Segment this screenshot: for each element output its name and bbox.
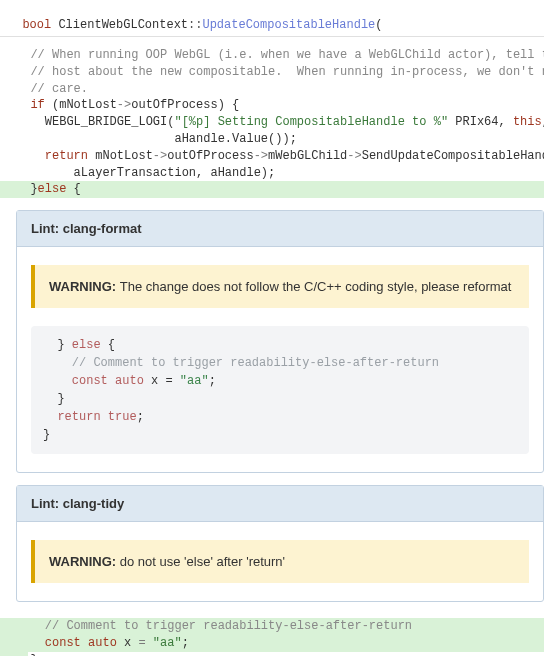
warning-message: do not use 'else' after 'return'	[120, 554, 285, 569]
warning-message: The change does not follow the C/C++ cod…	[120, 279, 512, 294]
scope-op: ::	[188, 18, 202, 32]
comment-line: // care.	[0, 81, 544, 98]
warning-label: WARNING:	[49, 279, 120, 294]
lint-panel-clang-format[interactable]: Lint: clang-format WARNING: The change d…	[16, 210, 544, 473]
warning-box: WARNING: The change does not follow the …	[31, 265, 529, 308]
lint-header[interactable]: Lint: clang-format	[17, 211, 543, 247]
code-block-tail: // Comment to trigger readability-else-a…	[0, 614, 544, 656]
lint-body: WARNING: do not use 'else' after 'return…	[17, 522, 543, 601]
return-type: bool	[22, 18, 58, 32]
close-else-line: }	[0, 652, 544, 656]
function-name: UpdateCompositableHandle	[202, 18, 375, 32]
else-open-line: }else {	[0, 181, 544, 198]
if-line: if (mNotLost->outOfProcess) {	[0, 97, 544, 114]
warning-label: WARNING:	[49, 554, 120, 569]
return-line-2: aLayerTransaction, aHandle);	[0, 165, 544, 182]
comment-line: // host about the new compositable. When…	[0, 64, 544, 81]
lint-body: WARNING: The change does not follow the …	[17, 247, 543, 472]
lint-header[interactable]: Lint: clang-tidy	[17, 486, 543, 522]
class-name: ClientWebGLContext	[58, 18, 188, 32]
lint-panel-clang-tidy[interactable]: Lint: clang-tidy WARNING: do not use 'el…	[16, 485, 544, 602]
log-line-2: aHandle.Value());	[0, 131, 544, 148]
added-const-line: const auto x = "aa";	[0, 635, 544, 652]
code-block: // When running OOP WebGL (i.e. when we …	[0, 37, 544, 198]
open-paren: (	[375, 18, 382, 32]
signature-line: bool ClientWebGLContext::UpdateComposita…	[0, 0, 544, 37]
comment-line: // When running OOP WebGL (i.e. when we …	[0, 47, 544, 64]
return-line-1: return mNotLost->outOfProcess->mWebGLChi…	[0, 148, 544, 165]
code-snippet: } else { // Comment to trigger readabili…	[31, 326, 529, 454]
warning-box: WARNING: do not use 'else' after 'return…	[31, 540, 529, 583]
added-comment-line: // Comment to trigger readability-else-a…	[0, 618, 544, 635]
log-line-1: WEBGL_BRIDGE_LOGI("[%p] Setting Composit…	[0, 114, 544, 131]
